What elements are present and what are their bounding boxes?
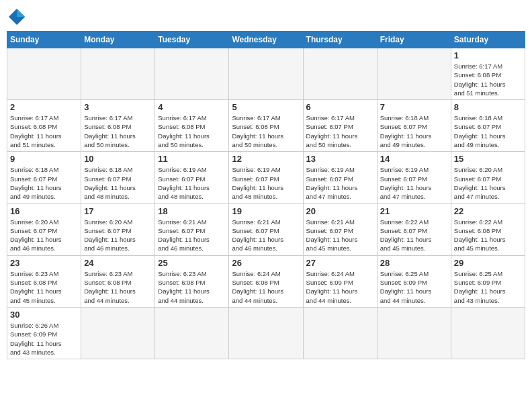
day-info: Sunrise: 6:18 AM Sunset: 6:07 PM Dayligh… xyxy=(10,165,78,201)
weekday-header: Saturday xyxy=(451,32,525,48)
day-info: Sunrise: 6:19 AM Sunset: 6:07 PM Dayligh… xyxy=(158,165,226,201)
day-number: 26 xyxy=(232,258,300,268)
day-number: 3 xyxy=(84,102,152,112)
calendar-day-cell: 20Sunrise: 6:21 AM Sunset: 6:07 PM Dayli… xyxy=(303,203,377,255)
day-info: Sunrise: 6:17 AM Sunset: 6:08 PM Dayligh… xyxy=(84,113,152,149)
day-number: 27 xyxy=(306,258,374,268)
calendar-day-cell: 15Sunrise: 6:20 AM Sunset: 6:07 PM Dayli… xyxy=(451,152,525,203)
calendar-day-cell xyxy=(303,48,377,100)
calendar-day-cell xyxy=(155,48,229,100)
day-info: Sunrise: 6:19 AM Sunset: 6:07 PM Dayligh… xyxy=(306,165,374,201)
calendar-week-row: 2Sunrise: 6:17 AM Sunset: 6:08 PM Daylig… xyxy=(7,100,525,152)
header xyxy=(7,7,525,27)
day-info: Sunrise: 6:20 AM Sunset: 6:07 PM Dayligh… xyxy=(454,165,522,201)
day-info: Sunrise: 6:22 AM Sunset: 6:08 PM Dayligh… xyxy=(454,218,522,253)
day-number: 29 xyxy=(454,258,522,268)
calendar-day-cell xyxy=(81,48,155,100)
day-number: 9 xyxy=(10,154,78,164)
day-number: 10 xyxy=(84,154,152,164)
calendar-day-cell: 5Sunrise: 6:17 AM Sunset: 6:08 PM Daylig… xyxy=(229,100,303,152)
weekday-header: Thursday xyxy=(303,32,377,48)
calendar-day-cell: 6Sunrise: 6:17 AM Sunset: 6:07 PM Daylig… xyxy=(303,100,377,152)
weekday-header: Sunday xyxy=(7,32,81,48)
day-number: 21 xyxy=(380,206,448,216)
calendar-day-cell: 21Sunrise: 6:22 AM Sunset: 6:07 PM Dayli… xyxy=(377,203,451,255)
weekday-header: Wednesday xyxy=(229,32,303,48)
day-number: 4 xyxy=(158,102,226,112)
day-number: 22 xyxy=(454,206,522,216)
calendar-day-cell: 16Sunrise: 6:20 AM Sunset: 6:07 PM Dayli… xyxy=(7,203,81,255)
day-info: Sunrise: 6:21 AM Sunset: 6:07 PM Dayligh… xyxy=(232,218,300,253)
day-number: 30 xyxy=(10,310,78,320)
day-number: 5 xyxy=(232,102,300,112)
day-info: Sunrise: 6:18 AM Sunset: 6:07 PM Dayligh… xyxy=(84,165,152,201)
day-info: Sunrise: 6:26 AM Sunset: 6:09 PM Dayligh… xyxy=(10,321,78,357)
calendar-day-cell: 23Sunrise: 6:23 AM Sunset: 6:08 PM Dayli… xyxy=(7,255,81,307)
calendar-day-cell: 9Sunrise: 6:18 AM Sunset: 6:07 PM Daylig… xyxy=(7,152,81,203)
day-info: Sunrise: 6:18 AM Sunset: 6:07 PM Dayligh… xyxy=(380,113,448,149)
day-number: 12 xyxy=(232,154,300,164)
calendar-day-cell xyxy=(155,307,229,359)
svg-marker-2 xyxy=(17,17,25,25)
logo xyxy=(7,7,30,27)
day-number: 20 xyxy=(306,206,374,216)
day-info: Sunrise: 6:17 AM Sunset: 6:08 PM Dayligh… xyxy=(10,113,78,149)
calendar-day-cell xyxy=(377,48,451,100)
calendar-day-cell: 17Sunrise: 6:20 AM Sunset: 6:07 PM Dayli… xyxy=(81,203,155,255)
day-number: 15 xyxy=(454,154,522,164)
day-number: 18 xyxy=(158,206,226,216)
calendar-day-cell: 4Sunrise: 6:17 AM Sunset: 6:08 PM Daylig… xyxy=(155,100,229,152)
calendar-day-cell: 18Sunrise: 6:21 AM Sunset: 6:07 PM Dayli… xyxy=(155,203,229,255)
calendar-day-cell xyxy=(229,48,303,100)
calendar-day-cell: 10Sunrise: 6:18 AM Sunset: 6:07 PM Dayli… xyxy=(81,152,155,203)
day-info: Sunrise: 6:25 AM Sunset: 6:09 PM Dayligh… xyxy=(454,269,522,305)
calendar-day-cell xyxy=(303,307,377,359)
calendar-day-cell xyxy=(451,307,525,359)
day-info: Sunrise: 6:23 AM Sunset: 6:08 PM Dayligh… xyxy=(10,269,78,305)
day-number: 17 xyxy=(84,206,152,216)
calendar-day-cell: 25Sunrise: 6:23 AM Sunset: 6:08 PM Dayli… xyxy=(155,255,229,307)
day-info: Sunrise: 6:21 AM Sunset: 6:07 PM Dayligh… xyxy=(158,218,226,253)
day-info: Sunrise: 6:23 AM Sunset: 6:08 PM Dayligh… xyxy=(158,269,226,305)
calendar-day-cell xyxy=(7,48,81,100)
day-info: Sunrise: 6:24 AM Sunset: 6:09 PM Dayligh… xyxy=(306,269,374,305)
calendar-week-row: 1Sunrise: 6:17 AM Sunset: 6:08 PM Daylig… xyxy=(7,48,525,100)
day-number: 16 xyxy=(10,206,78,216)
calendar-day-cell: 19Sunrise: 6:21 AM Sunset: 6:07 PM Dayli… xyxy=(229,203,303,255)
calendar-day-cell: 14Sunrise: 6:19 AM Sunset: 6:07 PM Dayli… xyxy=(377,152,451,203)
calendar-week-row: 9Sunrise: 6:18 AM Sunset: 6:07 PM Daylig… xyxy=(7,152,525,203)
day-info: Sunrise: 6:17 AM Sunset: 6:08 PM Dayligh… xyxy=(158,113,226,149)
calendar-day-cell: 22Sunrise: 6:22 AM Sunset: 6:08 PM Dayli… xyxy=(451,203,525,255)
calendar-day-cell: 30Sunrise: 6:26 AM Sunset: 6:09 PM Dayli… xyxy=(7,307,81,359)
day-info: Sunrise: 6:24 AM Sunset: 6:08 PM Dayligh… xyxy=(232,269,300,305)
day-number: 7 xyxy=(380,102,448,112)
calendar-day-cell: 7Sunrise: 6:18 AM Sunset: 6:07 PM Daylig… xyxy=(377,100,451,152)
day-number: 11 xyxy=(158,154,226,164)
day-info: Sunrise: 6:17 AM Sunset: 6:08 PM Dayligh… xyxy=(454,62,522,97)
calendar-day-cell: 27Sunrise: 6:24 AM Sunset: 6:09 PM Dayli… xyxy=(303,255,377,307)
calendar-week-row: 30Sunrise: 6:26 AM Sunset: 6:09 PM Dayli… xyxy=(7,307,525,359)
day-number: 6 xyxy=(306,102,374,112)
calendar-day-cell: 3Sunrise: 6:17 AM Sunset: 6:08 PM Daylig… xyxy=(81,100,155,152)
day-number: 28 xyxy=(380,258,448,268)
calendar-week-row: 23Sunrise: 6:23 AM Sunset: 6:08 PM Dayli… xyxy=(7,255,525,307)
calendar-day-cell xyxy=(377,307,451,359)
day-info: Sunrise: 6:20 AM Sunset: 6:07 PM Dayligh… xyxy=(84,218,152,253)
calendar-day-cell: 2Sunrise: 6:17 AM Sunset: 6:08 PM Daylig… xyxy=(7,100,81,152)
calendar-day-cell: 11Sunrise: 6:19 AM Sunset: 6:07 PM Dayli… xyxy=(155,152,229,203)
day-number: 13 xyxy=(306,154,374,164)
day-number: 1 xyxy=(454,50,522,60)
day-number: 25 xyxy=(158,258,226,268)
calendar-day-cell: 28Sunrise: 6:25 AM Sunset: 6:09 PM Dayli… xyxy=(377,255,451,307)
calendar-header-row: SundayMondayTuesdayWednesdayThursdayFrid… xyxy=(7,32,525,48)
weekday-header: Monday xyxy=(81,32,155,48)
calendar-day-cell: 12Sunrise: 6:19 AM Sunset: 6:07 PM Dayli… xyxy=(229,152,303,203)
calendar-day-cell: 26Sunrise: 6:24 AM Sunset: 6:08 PM Dayli… xyxy=(229,255,303,307)
calendar-day-cell: 1Sunrise: 6:17 AM Sunset: 6:08 PM Daylig… xyxy=(451,48,525,100)
day-info: Sunrise: 6:21 AM Sunset: 6:07 PM Dayligh… xyxy=(306,218,374,253)
day-info: Sunrise: 6:22 AM Sunset: 6:07 PM Dayligh… xyxy=(380,218,448,253)
day-number: 24 xyxy=(84,258,152,268)
day-info: Sunrise: 6:19 AM Sunset: 6:07 PM Dayligh… xyxy=(232,165,300,201)
weekday-header: Friday xyxy=(377,32,451,48)
calendar: SundayMondayTuesdayWednesdayThursdayFrid… xyxy=(7,31,525,359)
